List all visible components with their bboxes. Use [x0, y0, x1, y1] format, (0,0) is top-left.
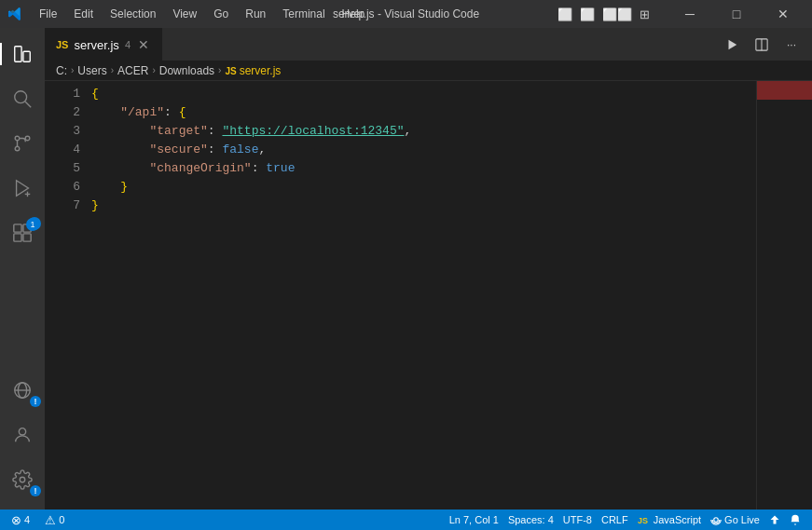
menu-go[interactable]: Go — [206, 6, 236, 22]
panel-toggle-icon[interactable]: ⬜⬜ — [602, 7, 632, 21]
breadcrumb-users[interactable]: Users — [77, 64, 106, 77]
menu-run[interactable]: Run — [238, 6, 273, 22]
token-indent-4 — [91, 141, 149, 159]
svg-marker-24 — [771, 516, 779, 524]
status-right: Ln 7, Col 1 Spaces: 4 UTF-8 CRLF JS Java… — [446, 510, 805, 530]
explorer-icon[interactable] — [0, 32, 45, 76]
run-debug-icon[interactable] — [0, 166, 45, 211]
customize-layout-icon[interactable]: ⊞ — [640, 7, 650, 21]
code-line-7: } — [91, 197, 756, 215]
token-colon-4: : — [208, 141, 223, 159]
token-colon-3: : — [208, 122, 223, 141]
line-num-4: 4 — [45, 141, 80, 159]
menu-edit[interactable]: Edit — [66, 6, 101, 22]
code-line-5: "changeOrigin" : true — [91, 159, 756, 178]
breadcrumb-sep-3: › — [152, 65, 155, 75]
split-editor-icon[interactable]: ⬜ — [557, 7, 572, 21]
main-layout: 1 ! — [0, 28, 812, 510]
code-line-2: "/api" : { — [91, 103, 756, 122]
minimize-button[interactable]: ─ — [668, 0, 711, 28]
code-content[interactable]: { "/api" : { "target" : "https://localho… — [91, 81, 756, 510]
vscode-logo-icon — [7, 7, 22, 21]
status-bar: ⊗ 4 ⚠ 0 Ln 7, Col 1 Spaces: 4 UTF-8 CRLF… — [0, 510, 812, 530]
svg-marker-19 — [729, 39, 737, 49]
more-actions-button[interactable]: ··· — [778, 32, 805, 58]
svg-point-4 — [15, 136, 20, 141]
status-warnings[interactable]: ⚠ 0 — [41, 510, 68, 530]
status-spaces[interactable]: Spaces: 4 — [504, 510, 557, 530]
remote-explorer-icon[interactable]: ! — [0, 368, 45, 413]
titlebar-title: server.js - Visual Studio Code — [333, 7, 479, 20]
menu-selection[interactable]: Selection — [103, 6, 163, 22]
status-errors[interactable]: ⊗ 4 — [7, 510, 34, 530]
status-line-ending[interactable]: CRLF — [598, 510, 632, 530]
status-position[interactable]: Ln 7, Col 1 — [446, 510, 502, 530]
token-indent-3 — [91, 122, 149, 141]
spaces-label: Spaces: 4 — [508, 514, 554, 525]
tab-number: 4 — [125, 39, 131, 50]
source-control-icon[interactable] — [0, 121, 45, 166]
breadcrumb-drive[interactable]: C: — [56, 64, 67, 77]
maximize-button[interactable]: □ — [715, 0, 758, 28]
window-controls[interactable]: ─ □ ✕ — [668, 0, 805, 28]
svg-rect-12 — [14, 234, 21, 241]
status-encoding[interactable]: UTF-8 — [559, 510, 596, 530]
status-upload[interactable] — [765, 510, 784, 530]
token-true: true — [266, 159, 295, 178]
menu-terminal[interactable]: Terminal — [275, 6, 332, 22]
status-language[interactable]: JS JavaScript — [634, 510, 705, 530]
tab-close-button[interactable]: ✕ — [136, 37, 151, 52]
code-line-6: } — [91, 178, 756, 197]
tab-bar: JS server.js 4 ✕ ··· — [45, 28, 812, 61]
svg-point-17 — [19, 428, 25, 435]
editor-area: JS server.js 4 ✕ ··· — [45, 28, 812, 510]
breadcrumb-file[interactable]: JSserver.js — [225, 64, 281, 77]
token-changeorigin-key: "changeOrigin" — [149, 159, 251, 178]
settings-icon[interactable]: ! — [0, 457, 45, 502]
code-editor[interactable]: 1 2 3 4 5 6 7 { "/api" : { — [45, 81, 812, 510]
tab-actions[interactable]: ··· — [719, 28, 812, 61]
sidebar-toggle-icon[interactable]: ⬜ — [580, 7, 595, 21]
svg-rect-11 — [23, 224, 31, 232]
line-numbers: 1 2 3 4 5 6 7 — [45, 81, 91, 510]
line-num-6: 6 — [45, 178, 80, 197]
search-icon[interactable] — [0, 76, 45, 121]
run-file-button[interactable] — [719, 32, 745, 58]
warning-count: 0 — [59, 514, 64, 525]
token-brace-open: { — [91, 85, 99, 103]
token-brace-2: { — [179, 103, 186, 122]
svg-rect-10 — [14, 224, 21, 232]
status-bell[interactable] — [786, 510, 805, 530]
tab-server-js[interactable]: JS server.js 4 ✕ — [45, 28, 162, 61]
svg-point-2 — [15, 91, 27, 103]
activity-bar: 1 ! — [0, 28, 45, 510]
broadcast-icon — [710, 514, 722, 525]
menu-view[interactable]: View — [165, 6, 204, 22]
line-ending-label: CRLF — [601, 514, 628, 525]
extensions-icon[interactable]: 1 — [0, 211, 45, 255]
token-target-value[interactable]: "https://localhost:12345" — [222, 122, 404, 141]
token-secure-key: "secure" — [149, 141, 207, 159]
token-indent-6 — [91, 178, 120, 197]
line-num-5: 5 — [45, 159, 80, 178]
line-num-1: 1 — [45, 85, 80, 103]
account-icon[interactable] — [0, 413, 45, 457]
status-golive[interactable]: Go Live — [707, 510, 764, 530]
language-label: JavaScript — [654, 514, 701, 525]
js-file-icon: JS — [56, 39, 68, 50]
breadcrumb-acer[interactable]: ACER — [117, 64, 148, 77]
breadcrumb-downloads[interactable]: Downloads — [159, 64, 214, 77]
position-label: Ln 7, Col 1 — [449, 514, 499, 525]
breadcrumb-sep-1: › — [71, 65, 74, 75]
code-line-1: { — [91, 85, 756, 103]
menu-file[interactable]: File — [32, 6, 64, 22]
svg-point-6 — [25, 136, 30, 141]
code-line-3: "target" : "https://localhost:12345" , — [91, 122, 756, 141]
svg-point-18 — [20, 477, 25, 482]
svg-rect-1 — [23, 51, 30, 61]
titlebar-menu[interactable]: File Edit Selection View Go Run Terminal… — [32, 6, 372, 22]
close-button[interactable]: ✕ — [762, 0, 805, 28]
token-false: false — [222, 141, 258, 159]
split-editor-button[interactable] — [749, 32, 775, 58]
breadcrumb: C: › Users › ACER › Downloads › JSserver… — [45, 61, 812, 81]
